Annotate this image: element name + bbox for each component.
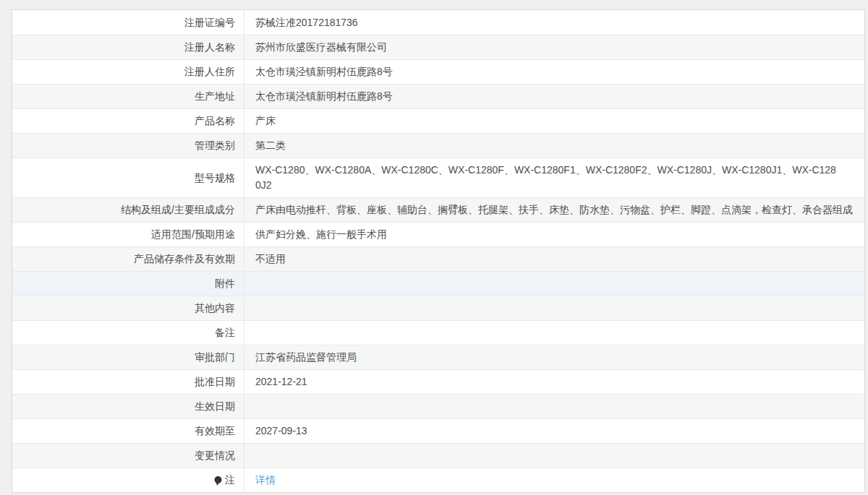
row-value-cell: 苏械注准20172181736 [244,10,864,35]
row-label: 批准日期 [195,374,235,389]
row-label: 备注 [215,325,235,340]
table-row: 产品储存条件及有效期 不适用 [12,246,864,271]
row-label-cell: 结构及组成/主要组成成分 [12,198,244,222]
row-label-cell: 产品储存条件及有效期 [12,247,244,271]
row-value-cell: WX-C1280、WX-C1280A、WX-C1280C、WX-C1280F、W… [244,158,864,197]
table-row: 审批部门 江苏省药品监督管理局 [12,345,864,369]
row-label-cell: 生产地址 [12,85,244,108]
row-label: 其他内容 [195,301,235,316]
table-row: 注册人住所 太仓市璜泾镇新明村伍鹿路8号 [12,59,864,84]
row-value-cell: 第二类 [244,134,864,158]
row-value-cell [244,296,864,320]
table-row: 注册证编号 苏械注准20172181736 [12,10,864,35]
row-value: 产床由电动推杆、背板、座板、辅助台、搁臂板、托腿架、扶手、床垫、防水垫、污物盆、… [255,202,853,218]
row-label-cell: 附件 [12,272,244,296]
row-value: 2021-12-21 [255,374,307,389]
row-value: 苏州市欣盛医疗器械有限公司 [255,40,387,55]
row-value: 江苏省药品监督管理局 [255,350,357,365]
table-row: 生产地址 太仓市璜泾镇新明村伍鹿路8号 [12,84,864,108]
note-icon [214,476,222,486]
row-value: WX-C1280、WX-C1280A、WX-C1280C、WX-C1280F、W… [255,163,840,193]
row-label: 有效期至 [195,423,235,439]
row-label: 产品名称 [195,113,235,129]
row-label: 注册证编号 [184,15,235,30]
row-value-cell: 2021-12-21 [244,370,864,394]
row-label-cell: 变更情况 [12,444,244,468]
row-label-cell: 审批部门 [12,345,244,369]
row-label-cell: 注册人住所 [12,60,244,84]
table-row: 其他内容 [12,296,864,320]
table-row: 结构及组成/主要组成成分 产床由电动推杆、背板、座板、辅助台、搁臂板、托腿架、扶… [12,197,864,222]
row-label-cell: 备注 [12,321,244,345]
row-value: 太仓市璜泾镇新明村伍鹿路8号 [255,64,393,79]
table-row: 生效日期 [12,394,864,418]
row-value-cell: 太仓市璜泾镇新明村伍鹿路8号 [244,85,864,108]
row-value-cell: 太仓市璜泾镇新明村伍鹿路8号 [244,60,864,84]
row-label: 产品储存条件及有效期 [134,251,235,267]
table-row: 注册人名称 苏州市欣盛医疗器械有限公司 [12,35,864,59]
row-value: 产床 [255,113,276,129]
row-label-cell: 生效日期 [12,395,244,418]
row-value-cell: 不适用 [244,247,864,271]
row-label-cell: 型号规格 [12,158,244,197]
row-label-cell: 适用范围/预期用途 [12,223,244,246]
registration-info-table: 注册证编号 苏械注准20172181736 注册人名称 苏州市欣盛医疗器械有限公… [12,9,865,493]
row-label: 注 [225,473,235,488]
details-link[interactable]: 详情 [255,473,276,488]
row-value-cell: 2027-09-13 [244,419,864,443]
row-label-cell: 其他内容 [12,296,244,320]
row-label: 生产地址 [195,89,235,104]
row-label-cell: 管理类别 [12,134,244,158]
table-row: 产品名称 产床 [12,108,864,133]
row-value-cell: 苏州市欣盛医疗器械有限公司 [244,35,864,59]
row-label: 变更情况 [195,448,235,463]
row-value-cell: 供产妇分娩、施行一般手术用 [244,223,864,246]
row-label-cell: 注 [12,468,244,492]
row-value-cell: 产床由电动推杆、背板、座板、辅助台、搁臂板、托腿架、扶手、床垫、防水垫、污物盆、… [244,198,864,222]
row-value-cell [244,395,864,418]
table-row: 有效期至 2027-09-13 [12,418,864,443]
row-label: 注册人住所 [184,64,235,79]
row-label: 审批部门 [195,350,235,365]
row-label: 附件 [215,276,235,291]
row-value-cell [244,272,864,296]
row-value: 太仓市璜泾镇新明村伍鹿路8号 [255,89,393,104]
row-label-cell: 注册人名称 [12,35,244,59]
row-label: 生效日期 [195,399,235,414]
row-label: 型号规格 [195,171,235,186]
row-value: 2027-09-13 [255,423,307,439]
row-value: 第二类 [255,138,286,153]
row-value-cell: 江苏省药品监督管理局 [244,345,864,369]
row-label-cell: 产品名称 [12,109,244,133]
row-value-cell: 详情 [244,468,864,492]
row-label: 注册人名称 [184,40,235,55]
row-label-cell: 批准日期 [12,370,244,394]
row-value-cell [244,444,864,468]
table-row: 型号规格 WX-C1280、WX-C1280A、WX-C1280C、WX-C12… [12,158,864,197]
row-label: 管理类别 [195,138,235,153]
table-row: 批准日期 2021-12-21 [12,369,864,394]
row-label: 结构及组成/主要组成成分 [121,202,235,218]
table-row: 变更情况 [12,443,864,468]
table-row: 注 详情 [12,468,864,492]
table-row: 适用范围/预期用途 供产妇分娩、施行一般手术用 [12,222,864,246]
row-value: 苏械注准20172181736 [255,15,358,30]
row-value: 不适用 [255,251,286,267]
table-row: 附件 [12,271,864,296]
row-label: 适用范围/预期用途 [151,227,235,242]
row-value: 供产妇分娩、施行一般手术用 [255,227,387,242]
row-label-cell: 有效期至 [12,419,244,443]
row-value-cell [244,321,864,345]
row-value-cell: 产床 [244,109,864,133]
table-row: 备注 [12,320,864,345]
table-row: 管理类别 第二类 [12,133,864,158]
row-label-cell: 注册证编号 [12,10,244,35]
